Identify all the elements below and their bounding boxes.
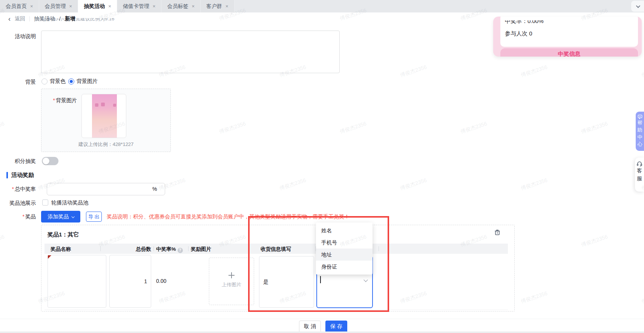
column-separator: [379, 246, 379, 251]
tab-label: 抽奖活动: [84, 3, 105, 10]
save-button[interactable]: 保 存: [325, 321, 347, 333]
bg-image-upload-area: 背景图片 建议上传比例：428*1227: [41, 89, 171, 152]
tab-会员首页[interactable]: 会员首页×: [0, 0, 39, 12]
tab-close-icon[interactable]: ×: [192, 3, 195, 9]
chevron-down-icon: [636, 3, 640, 8]
carousel-pool-checkbox[interactable]: [42, 199, 48, 206]
watermark-text: 傅俊杰2356: [641, 290, 644, 305]
total-shares-input-cell[interactable]: 1: [109, 255, 151, 308]
tab-label: 储值卡管理: [123, 3, 149, 10]
upload-image-label: 上传图片: [209, 281, 254, 288]
column-separator: [188, 246, 189, 251]
bg-image-field-label: 背景图片: [38, 97, 77, 104]
section-accent-bar: [6, 172, 8, 178]
bg-color-radio-label[interactable]: 背景色: [50, 78, 66, 85]
watermark-text: 傅俊杰2356: [520, 177, 548, 192]
delivery-info-value: 是: [263, 279, 268, 285]
tab-close-icon[interactable]: ×: [30, 3, 33, 9]
dropdown-option-手机号[interactable]: 手机号: [316, 236, 373, 249]
vertical-char: 帮: [638, 119, 642, 126]
tab-label: 客户群: [206, 3, 222, 10]
breadcrumb-divider: [29, 16, 30, 21]
upload-ratio-hint: 建议上传比例：428*1227: [63, 141, 149, 148]
column-separator: [100, 246, 101, 251]
vertical-char: 服: [637, 175, 642, 183]
watermark-text: 傅俊杰2356: [520, 64, 548, 79]
watermark-text: 傅俊杰2356: [0, 120, 5, 135]
prize-card-title: 奖品1：其它: [48, 231, 79, 238]
tab-label: 会员管理: [45, 3, 66, 10]
tab-label: 会员标签: [167, 3, 188, 10]
watermark-text: 傅俊杰2356: [279, 177, 307, 192]
tab-储值卡管理[interactable]: 储值卡管理×: [117, 0, 162, 12]
watermark-text: 傅俊杰2356: [580, 233, 609, 249]
dropdown-option-姓名[interactable]: 姓名: [316, 224, 373, 236]
vertical-char: 客: [637, 167, 642, 175]
col-header-prize-image: 奖励图片: [191, 246, 211, 253]
dropdown-option-身份证[interactable]: 身份证: [316, 261, 373, 273]
back-link[interactable]: 返回: [15, 15, 25, 22]
vertical-char: 中: [638, 134, 642, 141]
watermark-text: 傅俊杰2356: [218, 120, 247, 135]
customer-service-vertical-text: 客服: [637, 167, 642, 183]
breadcrumb-current: 新增: [65, 15, 75, 22]
watermark-text: 傅俊杰2356: [339, 120, 367, 135]
tab-会员管理[interactable]: 会员管理×: [39, 0, 78, 12]
activity-desc-label: 活动说明: [0, 33, 36, 40]
cancel-button[interactable]: 取 消: [299, 321, 321, 333]
tab-客户群[interactable]: 客户群×: [201, 0, 235, 12]
export-button[interactable]: 导 出: [86, 212, 102, 222]
prize-pool-label: 奖品池展示: [0, 200, 36, 207]
total-win-rate-label: 总中奖率: [0, 186, 36, 193]
preview-clipped-line: 中奖率：0.00%: [505, 20, 618, 25]
tab-会员标签[interactable]: 会员标签×: [161, 0, 201, 12]
footer-bar: 取 消 保 存: [0, 319, 644, 331]
breadcrumb-section: 抽奖活动: [34, 15, 55, 22]
tab-close-icon[interactable]: ×: [225, 3, 228, 9]
tabbar-collapse-button[interactable]: [631, 1, 644, 12]
points-lottery-toggle[interactable]: [42, 157, 58, 165]
tab-close-icon[interactable]: ×: [153, 3, 156, 9]
vertical-char: 心: [638, 141, 642, 148]
plus-icon: [228, 272, 235, 278]
thumb-detail: [113, 104, 116, 107]
section-title: 活动奖励: [11, 172, 34, 179]
help-center-vertical-text: 帮助中心: [638, 119, 642, 148]
delivery-info-cell[interactable]: 是: [259, 256, 314, 308]
column-separator: [153, 246, 154, 251]
add-prize-button[interactable]: 添加奖品: [41, 211, 80, 223]
customer-service-widget[interactable]: 客服: [635, 158, 644, 192]
preview-card: 中奖率：0.00% 参与人次 0: [500, 17, 638, 47]
col-header-delivery-info: 收货信息填写: [261, 246, 291, 253]
bg-color-radio-option[interactable]: 背景色: [41, 78, 66, 85]
prize-name-input-cell[interactable]: [48, 255, 106, 308]
watermark-text: 傅俊杰2356: [641, 64, 644, 79]
delivery-field-dropdown: 姓名手机号地址身份证: [316, 223, 373, 275]
tab-close-icon[interactable]: ×: [69, 3, 72, 9]
watermark-text: 傅俊杰2356: [399, 177, 428, 192]
activity-desc-textarea[interactable]: [41, 31, 340, 73]
tab-close-icon[interactable]: ×: [108, 3, 111, 9]
bg-image-radio-option[interactable]: 背景图片: [68, 78, 98, 85]
back-chevron-icon[interactable]: ‹: [8, 15, 11, 22]
carousel-pool-checkbox-label[interactable]: 轮播活动奖品池: [51, 199, 88, 206]
watermark-text: 傅俊杰2356: [399, 64, 428, 79]
help-center-tab[interactable]: 帮助中心: [636, 112, 644, 151]
dropdown-option-地址[interactable]: 地址: [316, 249, 373, 261]
add-prize-button-label: 添加奖品: [48, 213, 69, 220]
total-win-rate-input[interactable]: [47, 183, 165, 195]
col-header-win-rate: 中奖率%?: [156, 246, 183, 253]
info-icon[interactable]: ?: [178, 248, 183, 253]
prize-image-upload[interactable]: 上传图片: [209, 258, 254, 305]
radio-selected-icon[interactable]: [68, 78, 74, 84]
bg-image-preview[interactable]: [81, 94, 126, 138]
column-separator: [248, 246, 249, 251]
radio-unselected-icon[interactable]: [41, 78, 48, 84]
watermark-text: 傅俊杰2356: [580, 120, 609, 135]
col-header-total-shares: 总份数: [129, 246, 151, 253]
prize-card: 奖品1：其它 奖品名称 总份数 中奖率%? 奖励图片 收货信息填写 1: [41, 225, 515, 312]
trash-icon[interactable]: [494, 229, 501, 236]
bg-image-radio-label[interactable]: 背景图片: [77, 78, 98, 85]
total-shares-value: 1: [144, 278, 147, 284]
tab-抽奖活动[interactable]: 抽奖活动×: [78, 0, 117, 12]
